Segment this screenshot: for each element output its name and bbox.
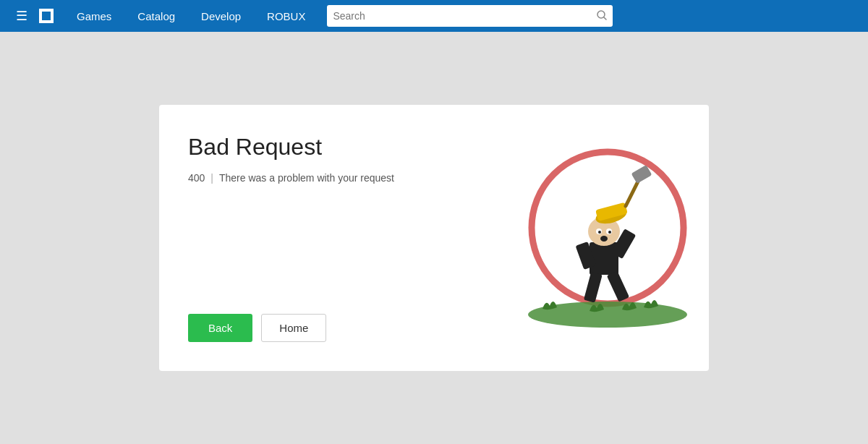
svg-rect-16	[607, 271, 629, 302]
search-icon[interactable]	[597, 10, 607, 22]
svg-point-14	[600, 236, 608, 242]
hamburger-menu[interactable]: ☰	[9, 8, 35, 24]
error-illustration	[485, 119, 687, 336]
main-content: Bad Request 400 | There was a problem wi…	[0, 32, 868, 444]
svg-line-3	[604, 17, 606, 20]
svg-rect-1	[42, 12, 51, 20]
error-card: Bad Request 400 | There was a problem wi…	[159, 105, 709, 371]
svg-rect-15	[584, 272, 603, 303]
error-code: 400	[188, 172, 205, 184]
error-divider: |	[210, 172, 213, 184]
nav-games[interactable]: Games	[64, 0, 124, 32]
svg-point-13	[608, 231, 611, 234]
nav-develop[interactable]: Develop	[188, 0, 254, 32]
svg-point-12	[598, 231, 601, 234]
nav-catalog[interactable]: Catalog	[124, 0, 188, 32]
navbar: ☰ Games Catalog Develop ROBUX	[0, 0, 868, 32]
back-button[interactable]: Back	[188, 314, 252, 342]
roblox-logo[interactable]	[35, 4, 58, 27]
error-message: There was a problem with your request	[219, 172, 394, 184]
home-button[interactable]: Home	[261, 314, 326, 342]
nav-robux[interactable]: ROBUX	[254, 0, 318, 32]
nav-links: Games Catalog Develop ROBUX	[64, 0, 318, 32]
search-bar	[327, 5, 613, 27]
search-input[interactable]	[333, 10, 597, 22]
